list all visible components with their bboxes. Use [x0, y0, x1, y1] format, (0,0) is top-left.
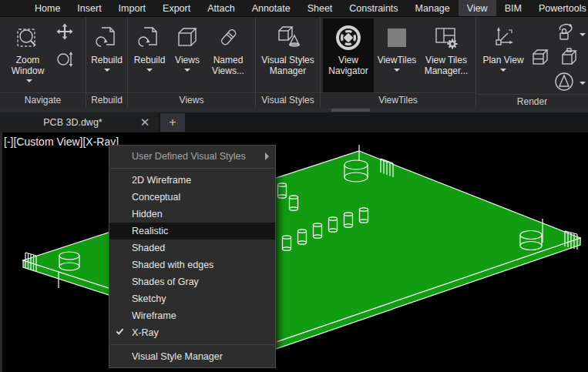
render-box-button[interactable] — [559, 46, 580, 68]
menu-separator — [110, 344, 274, 345]
menu-powertools[interactable]: Powertools — [530, 0, 588, 16]
menu-home[interactable]: Home — [26, 0, 69, 16]
menubar: Home Insert Import Export Attach Annotat… — [0, 0, 588, 17]
visual-styles-context-menu: User Defined Visual Styles 2D Wireframe … — [109, 145, 276, 368]
menu-item-shades-of-gray[interactable]: Shades of Gray — [109, 273, 275, 290]
viewtiles-icon — [385, 21, 408, 55]
rebuild-icon — [96, 21, 119, 55]
application-window: Home Insert Import Export Attach Annotat… — [0, 0, 588, 372]
ribbon-group-rebuild: Rebuild Rebuild — [86, 17, 128, 108]
viewtiles-button[interactable]: ViewTiles — [374, 18, 420, 92]
menu-separator — [110, 168, 274, 169]
render-button[interactable] — [554, 71, 586, 92]
ribbon-group-render: Plan View — [476, 17, 588, 108]
chevron-down-icon — [394, 69, 400, 72]
rebuild-button[interactable]: Rebuild — [89, 18, 125, 92]
viewtiles-label: ViewTiles — [378, 55, 417, 65]
views-label: Views — [175, 55, 200, 65]
plan-view-button[interactable]: Plan View — [479, 18, 528, 94]
ribbon-group-views: Rebuild Views — [128, 17, 256, 108]
menu-view[interactable]: View — [459, 0, 496, 16]
group-label-render: Render — [476, 94, 588, 109]
menu-manage[interactable]: Manage — [407, 0, 459, 16]
group-label-navigate: Navigate — [0, 92, 86, 108]
menu-import[interactable]: Import — [110, 0, 154, 16]
document-tab[interactable]: PCB 3D.dwg* ✕ — [0, 112, 158, 132]
chevron-down-icon — [580, 33, 586, 36]
menu-item-sketchy[interactable]: Sketchy — [109, 290, 275, 307]
tab-scroll-indicator[interactable] — [331, 109, 370, 112]
chevron-down-icon — [184, 69, 190, 72]
chevron-down-icon — [26, 79, 32, 82]
drawing-viewport[interactable]: [-][Custom View][X-Ray] — [0, 132, 588, 372]
named-views-marker-icon — [216, 21, 240, 55]
viewport-left-edge — [0, 132, 2, 372]
zoom-window-label: Zoom Window — [3, 55, 52, 77]
group-label-visual-styles: Visual Styles — [256, 92, 320, 108]
views-button[interactable]: Views — [169, 18, 206, 92]
viewport-controls-label[interactable]: [-][Custom View][X-Ray] — [4, 136, 119, 148]
menu-item-shaded[interactable]: Shaded — [109, 240, 275, 256]
menu-attach[interactable]: Attach — [199, 0, 243, 16]
new-tab-button[interactable]: + — [160, 113, 185, 132]
menu-item-2d-wireframe[interactable]: 2D Wireframe — [109, 172, 275, 189]
visual-styles-manager-label: Visual Styles Manager — [259, 55, 317, 77]
close-tab-icon[interactable]: ✕ — [132, 112, 158, 132]
named-views-button[interactable]: Named Views... — [206, 18, 250, 92]
rebuild-views-label: Rebuild — [134, 55, 166, 65]
materials-cube-button[interactable] — [530, 46, 552, 68]
rebuild-views-button[interactable]: Rebuild — [130, 18, 169, 92]
zoom-window-icon — [15, 21, 41, 55]
viewtiles-manager-label: View Tiles Manager... — [421, 55, 472, 77]
menu-item-hidden[interactable]: Hidden — [109, 206, 275, 223]
group-label-viewtiles: ViewTiles — [321, 92, 475, 108]
view-navigator-label: View Navigator — [324, 55, 373, 77]
constrained-orbit-button[interactable] — [554, 22, 586, 44]
ribbon: Zoom Window — [0, 17, 588, 108]
document-tabbar: PCB 3D.dwg* ✕ + — [0, 112, 588, 132]
ribbon-group-navigate: Zoom Window — [0, 17, 86, 108]
document-tab-label: PCB 3D.dwg* — [0, 117, 132, 128]
viewtiles-manager-button[interactable]: View Tiles Manager... — [420, 18, 472, 92]
ribbon-group-viewtiles: View Navigator ViewTiles — [321, 17, 476, 108]
menu-export[interactable]: Export — [154, 0, 199, 16]
ribbon-group-visual-styles: Visual Styles Manager Visual Styles — [256, 17, 321, 108]
menu-insert[interactable]: Insert — [69, 0, 109, 16]
view-navigator-button[interactable]: View Navigator — [323, 18, 374, 92]
rebuild-label: Rebuild — [91, 55, 123, 65]
menu-item-realistic[interactable]: Realistic — [109, 223, 275, 240]
menu-item-wireframe[interactable]: Wireframe — [109, 307, 275, 324]
view-navigator-icon — [334, 21, 363, 55]
chevron-down-icon — [500, 69, 506, 72]
menu-constraints[interactable]: Constraints — [341, 0, 406, 16]
named-views-label: Named Views... — [207, 55, 250, 77]
group-label-views: Views — [128, 92, 255, 108]
chevron-down-icon — [146, 69, 153, 72]
submenu-arrow-icon — [265, 152, 269, 160]
check-icon — [116, 327, 124, 334]
plan-view-label: Plan View — [482, 55, 523, 65]
menu-item-conceptual[interactable]: Conceptual — [109, 189, 275, 206]
plan-view-axis-icon — [490, 21, 516, 55]
menu-bim[interactable]: BIM — [496, 0, 530, 16]
pcb-3d-model — [0, 132, 588, 372]
tab-scroll-strip — [0, 108, 588, 112]
menu-sheet[interactable]: Sheet — [299, 0, 341, 16]
zoom-dynamic-button[interactable] — [56, 51, 73, 68]
group-label-rebuild: Rebuild — [86, 92, 127, 108]
menu-annotate[interactable]: Annotate — [244, 0, 299, 16]
visual-styles-icon — [274, 21, 302, 55]
menu-item-user-defined-visual-styles[interactable]: User Defined Visual Styles — [109, 148, 275, 165]
cube-icon — [175, 21, 200, 55]
viewtiles-manager-icon — [433, 21, 459, 55]
menu-item-x-ray[interactable]: X-Ray — [109, 324, 275, 341]
chevron-down-icon — [580, 82, 586, 85]
pan-button[interactable] — [56, 23, 73, 40]
menu-item-visual-style-manager[interactable]: Visual Style Manager — [109, 348, 275, 365]
chevron-down-icon — [104, 69, 110, 72]
zoom-window-button[interactable]: Zoom Window — [2, 18, 53, 92]
visual-styles-manager-button[interactable]: Visual Styles Manager — [258, 18, 318, 92]
rebuild-icon — [138, 21, 161, 55]
menu-item-shaded-with-edges[interactable]: Shaded with edges — [109, 256, 275, 273]
